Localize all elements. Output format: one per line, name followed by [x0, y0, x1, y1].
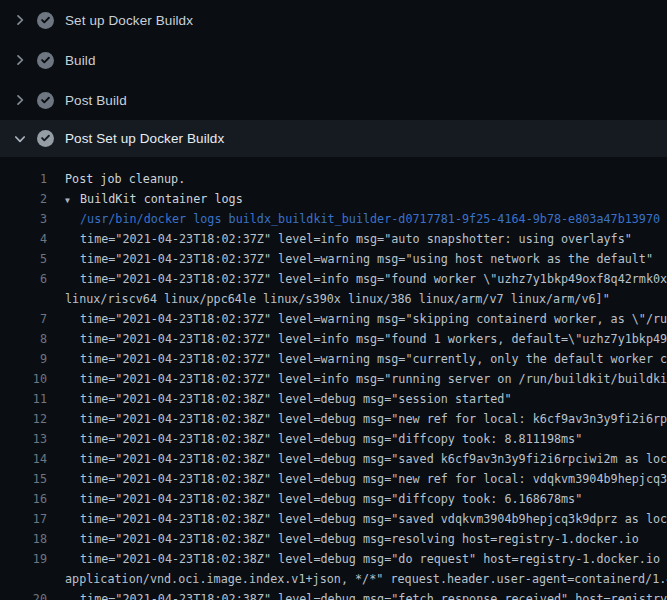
line-number[interactable]: 11: [0, 389, 47, 409]
line-number[interactable]: 9: [0, 349, 47, 369]
log-row: 19time="2021-04-23T18:02:38Z" level=debu…: [0, 549, 667, 569]
line-number[interactable]: 14: [0, 449, 47, 469]
log-text: time="2021-04-23T18:02:38Z" level=debug …: [80, 389, 512, 409]
log-row: 2▼BuildKit container logs: [0, 189, 667, 209]
chevron-down-icon: [12, 131, 28, 147]
log-text: time="2021-04-23T18:02:38Z" level=debug …: [80, 549, 667, 569]
log-row: 9time="2021-04-23T18:02:37Z" level=warni…: [0, 349, 667, 369]
log-text: time="2021-04-23T18:02:38Z" level=debug …: [80, 409, 667, 429]
github-actions-log-viewer: Set up Docker Buildx Build Post Build Po…: [0, 0, 667, 600]
log-row: application/vnd.oci.image.index.v1+json,…: [0, 569, 667, 589]
log-text: time="2021-04-23T18:02:38Z" level=debug …: [80, 449, 667, 469]
line-number[interactable]: 18: [0, 529, 47, 549]
log-row: 5time="2021-04-23T18:02:37Z" level=warni…: [0, 249, 667, 269]
log-text: time="2021-04-23T18:02:38Z" level=debug …: [80, 469, 667, 489]
line-number[interactable]: 2: [0, 189, 47, 209]
line-number[interactable]: 5: [0, 249, 47, 269]
chevron-right-icon: [12, 12, 28, 28]
log-text: time="2021-04-23T18:02:38Z" level=debug …: [80, 509, 667, 529]
line-number[interactable]: 6: [0, 269, 47, 289]
log-row: 11time="2021-04-23T18:02:38Z" level=debu…: [0, 389, 667, 409]
line-number[interactable]: 19: [0, 549, 47, 569]
step-label: Post Build: [65, 93, 127, 108]
log-row: 7time="2021-04-23T18:02:37Z" level=warni…: [0, 309, 667, 329]
log-row: 18time="2021-04-23T18:02:38Z" level=debu…: [0, 529, 667, 549]
log-command-text: /usr/bin/docker logs buildx_buildkit_bui…: [80, 209, 660, 229]
line-number[interactable]: 7: [0, 309, 47, 329]
log-row: 15time="2021-04-23T18:02:38Z" level=debu…: [0, 469, 667, 489]
step-row-post-set-up-docker-buildx[interactable]: Post Set up Docker Buildx: [0, 120, 667, 157]
log-row: 8time="2021-04-23T18:02:37Z" level=info …: [0, 329, 667, 349]
log-text: linux/riscv64 linux/ppc64le linux/s390x …: [65, 289, 610, 309]
log-area: 1Post job cleanup.2▼BuildKit container l…: [0, 157, 667, 600]
line-number[interactable]: 15: [0, 469, 47, 489]
step-row-build[interactable]: Build: [0, 40, 667, 80]
log-text: time="2021-04-23T18:02:38Z" level=debug …: [80, 429, 582, 449]
log-row: 1Post job cleanup.: [0, 169, 667, 189]
step-label: Build: [65, 53, 96, 68]
log-text: time="2021-04-23T18:02:37Z" level=warnin…: [80, 309, 667, 329]
log-row: 17time="2021-04-23T18:02:38Z" level=debu…: [0, 509, 667, 529]
log-text: time="2021-04-23T18:02:37Z" level=warnin…: [80, 349, 667, 369]
line-number[interactable]: 13: [0, 429, 47, 449]
log-text: application/vnd.oci.image.index.v1+json,…: [65, 569, 667, 589]
log-text[interactable]: BuildKit container logs: [80, 189, 243, 209]
log-row: 13time="2021-04-23T18:02:38Z" level=debu…: [0, 429, 667, 449]
step-label: Post Set up Docker Buildx: [65, 131, 224, 146]
log-text: time="2021-04-23T18:02:38Z" level=debug …: [80, 529, 639, 549]
log-row: 16time="2021-04-23T18:02:38Z" level=debu…: [0, 489, 667, 509]
step-label: Set up Docker Buildx: [65, 13, 193, 28]
check-circle-icon: [37, 52, 54, 69]
log-text: time="2021-04-23T18:02:37Z" level=warnin…: [80, 249, 653, 269]
log-row: 14time="2021-04-23T18:02:38Z" level=debu…: [0, 449, 667, 469]
check-circle-icon: [37, 130, 54, 147]
check-circle-icon: [37, 12, 54, 29]
log-row: 3/usr/bin/docker logs buildx_buildkit_bu…: [0, 209, 667, 229]
line-number[interactable]: 1: [0, 169, 47, 189]
line-number[interactable]: 20: [0, 589, 47, 600]
log-text: time="2021-04-23T18:02:38Z" level=debug …: [80, 589, 667, 600]
group-toggle-icon[interactable]: ▼: [65, 191, 80, 211]
line-number[interactable]: 17: [0, 509, 47, 529]
log-text: time="2021-04-23T18:02:37Z" level=info m…: [80, 229, 632, 249]
log-row: 12time="2021-04-23T18:02:38Z" level=debu…: [0, 409, 667, 429]
log-row: 6time="2021-04-23T18:02:37Z" level=info …: [0, 269, 667, 289]
chevron-right-icon: [12, 52, 28, 68]
log-text: time="2021-04-23T18:02:37Z" level=info m…: [80, 269, 667, 289]
log-text: time="2021-04-23T18:02:37Z" level=info m…: [80, 369, 667, 389]
chevron-right-icon: [12, 92, 28, 108]
log-row: 20time="2021-04-23T18:02:38Z" level=debu…: [0, 589, 667, 600]
log-rows: 1Post job cleanup.2▼BuildKit container l…: [0, 169, 667, 600]
line-number[interactable]: 12: [0, 409, 47, 429]
line-number[interactable]: 3: [0, 209, 47, 229]
step-row-post-build[interactable]: Post Build: [0, 80, 667, 120]
log-row: 4time="2021-04-23T18:02:37Z" level=info …: [0, 229, 667, 249]
line-number[interactable]: 10: [0, 369, 47, 389]
log-row: 10time="2021-04-23T18:02:37Z" level=info…: [0, 369, 667, 389]
line-number[interactable]: 4: [0, 229, 47, 249]
step-row-set-up-docker-buildx[interactable]: Set up Docker Buildx: [0, 0, 667, 40]
check-circle-icon: [37, 92, 54, 109]
log-row: linux/riscv64 linux/ppc64le linux/s390x …: [0, 289, 667, 309]
line-number[interactable]: 16: [0, 489, 47, 509]
log-text: time="2021-04-23T18:02:38Z" level=debug …: [80, 489, 582, 509]
log-text: Post job cleanup.: [65, 169, 185, 189]
log-text: time="2021-04-23T18:02:37Z" level=info m…: [80, 329, 667, 349]
line-number[interactable]: 8: [0, 329, 47, 349]
